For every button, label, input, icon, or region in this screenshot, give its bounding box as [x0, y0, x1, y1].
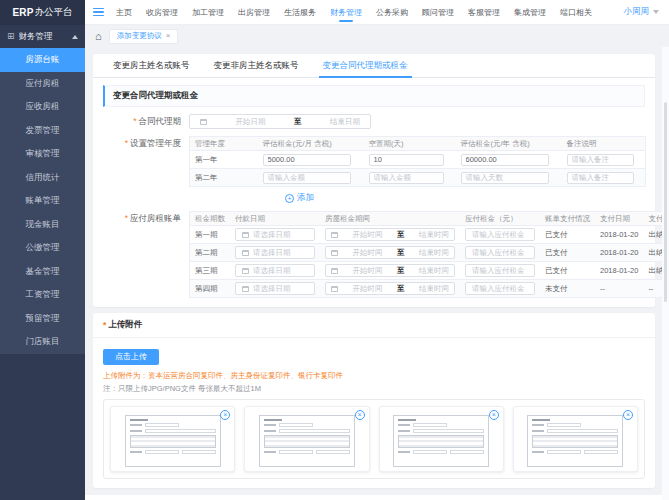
calendar-icon: [331, 286, 338, 292]
nav-item-kefu[interactable]: 客服管理: [468, 0, 500, 24]
agency-period-label: *合同代理期: [103, 114, 189, 129]
sidebar-item-yingfu-fangzu[interactable]: 应付房租: [0, 72, 85, 96]
remove-attachment-icon[interactable]: ×: [623, 410, 633, 420]
col-pay-date: 付款日期: [230, 212, 320, 226]
vacancy-days-input[interactable]: [369, 172, 444, 184]
calendar-icon: [242, 268, 249, 274]
rent-period-range-input[interactable]: 开始时间至结束时间: [325, 264, 455, 277]
content-area: 变更房主姓名或账号 变更非房主姓名或账号 变更合同代理期或租金 变更合同代理期或…: [85, 47, 669, 500]
remove-attachment-icon[interactable]: ×: [220, 410, 230, 420]
pay-date-input[interactable]: 请选择日期: [235, 282, 315, 295]
monthly-rent-input[interactable]: [263, 154, 351, 166]
page-tab-add-agreement[interactable]: 添加变更协议 ×: [109, 29, 179, 44]
form-footer: 取消 保存修改: [85, 495, 669, 500]
vertical-scrollbar[interactable]: [662, 47, 669, 500]
vacancy-days-input[interactable]: [369, 154, 444, 166]
management-years-table: 管理年度 评估租金(元/月 含税) 空置期(天) 评估租金(元/年 含税) 备注…: [189, 136, 646, 187]
add-year-button[interactable]: + 添加: [285, 192, 314, 204]
remove-attachment-icon[interactable]: ×: [355, 410, 365, 420]
bill-row: 第一期 请选择日期 开始时间至结束时间 请输入应付租金 已支付 2018-01-…: [190, 226, 669, 244]
col-vacancy-days: 空置期(天): [364, 137, 456, 151]
col-monthly-rent: 评估租金(元/月 含税): [258, 137, 364, 151]
rent-bills-table: 租金期数 付款日期 房屋租金期间 应付租金（元） 账单支付情况 支付日期 支付人: [189, 211, 669, 298]
attachment-thumbnail[interactable]: ×: [513, 406, 638, 472]
sidebar-item-shenhe-guanli[interactable]: 审核管理: [0, 142, 85, 166]
sidebar-item-mendian-zhangmu[interactable]: 门店账目: [0, 330, 85, 354]
col-note: 备注说明: [562, 137, 646, 151]
nav-item-shoufang[interactable]: 收房管理: [146, 0, 178, 24]
chevron-down-icon: [653, 10, 659, 14]
nav-item-shenghuo[interactable]: 生活服务: [284, 0, 316, 24]
nav-item-caiwu[interactable]: 财务管理: [330, 0, 362, 24]
pay-date-input[interactable]: 请选择日期: [235, 264, 315, 277]
sidebar-item-fangyuan-taizhang[interactable]: 房源台账: [0, 48, 85, 72]
page-tabstrip: ⌂ 添加变更协议 ×: [85, 25, 669, 47]
tab-change-owner-name[interactable]: 变更房主姓名或账号: [101, 54, 202, 77]
attachment-thumbnail[interactable]: ×: [110, 406, 235, 472]
nav-item-jiagong[interactable]: 加工管理: [192, 0, 224, 24]
nav-item-duankou[interactable]: 端口相关: [560, 0, 592, 24]
app-logo: ERP 办公平台: [0, 0, 85, 25]
end-date-placeholder: 结束日期: [330, 117, 360, 127]
sidebar-item-gongzi-guanli[interactable]: 工资管理: [0, 283, 85, 307]
user-menu[interactable]: 小周周: [624, 6, 660, 18]
username: 小周周: [624, 6, 650, 18]
calendar-icon: [331, 268, 338, 274]
sidebar-submenu: 房源台账 应付房租 应收房租 发票管理 审核管理 信用统计 账单管理 现金账目 …: [0, 48, 85, 354]
sidebar-item-jijin-guanli[interactable]: 基金管理: [0, 260, 85, 284]
amount-input[interactable]: 请输入应付租金: [465, 228, 535, 241]
change-agreement-card: 变更房主姓名或账号 变更非房主姓名或账号 变更合同代理期或租金 变更合同代理期或…: [93, 54, 655, 307]
col-amount: 应付租金（元）: [460, 212, 540, 226]
remove-attachment-icon[interactable]: ×: [489, 410, 499, 420]
agency-period-range-input[interactable]: 开始日期 至 结束日期: [189, 114, 371, 129]
sidebar-item-zhangdan-guanli[interactable]: 账单管理: [0, 189, 85, 213]
attachment-thumbnail[interactable]: ×: [379, 406, 504, 472]
pay-date-input[interactable]: 请选择日期: [235, 246, 315, 259]
sidebar-item-yuliu-guanli[interactable]: 预留管理: [0, 307, 85, 331]
amount-input[interactable]: 请输入应付租金: [465, 282, 535, 295]
sidebar-section-label: 财务管理: [19, 31, 53, 43]
close-tab-icon[interactable]: ×: [166, 32, 171, 40]
agency-period-row: *合同代理期 开始日期 至 结束日期: [103, 114, 645, 129]
yearly-rent-input[interactable]: [461, 172, 549, 184]
sidebar-item-gongjiao-guanli[interactable]: 公缴管理: [0, 236, 85, 260]
sidebar-item-xianjin-zhangmu[interactable]: 现金账目: [0, 213, 85, 237]
yearly-rent-input[interactable]: [461, 154, 549, 166]
sidebar-item-xinyong-tongji[interactable]: 信用统计: [0, 166, 85, 190]
tab-change-nonowner-name[interactable]: 变更非房主姓名或账号: [202, 54, 311, 77]
nav-item-chufang[interactable]: 出房管理: [238, 0, 270, 24]
rent-period-range-input[interactable]: 开始时间至结束时间: [325, 282, 455, 295]
nav-item-home[interactable]: 主页: [116, 0, 132, 24]
attachment-preview: [259, 415, 355, 467]
sidebar-toggle-icon[interactable]: [93, 8, 104, 17]
calendar-icon: [242, 232, 249, 238]
amount-input[interactable]: 请输入应付租金: [465, 264, 535, 277]
rent-period-range-input[interactable]: 开始时间至结束时间: [325, 228, 455, 241]
rent-period-range-input[interactable]: 开始时间至结束时间: [325, 246, 455, 259]
pay-date-input[interactable]: 请选择日期: [235, 228, 315, 241]
note-input[interactable]: [567, 172, 635, 184]
home-icon[interactable]: ⌂: [95, 31, 102, 42]
table-header-row: 管理年度 评估租金(元/月 含税) 空置期(天) 评估租金(元/年 含税) 备注…: [190, 137, 646, 151]
monthly-rent-input[interactable]: [263, 172, 351, 184]
nav-item-jicheng[interactable]: 集成管理: [514, 0, 546, 24]
nav-item-gongwu[interactable]: 公务采购: [376, 0, 408, 24]
year-cell: 第一年: [190, 151, 258, 169]
sidebar-section-finance[interactable]: ⊞ 财务管理: [0, 25, 85, 48]
period-cell: 第一期: [190, 226, 231, 244]
nav-item-guwen[interactable]: 顾问管理: [422, 0, 454, 24]
sidebar-item-fapiao-guanli[interactable]: 发票管理: [0, 119, 85, 143]
attachment-thumbnail[interactable]: ×: [244, 406, 369, 472]
tab-change-agency-rent[interactable]: 变更合同代理期或租金: [311, 54, 420, 77]
paid-date-cell: 2018-01-20: [595, 262, 643, 280]
upload-button[interactable]: 点击上传: [103, 349, 159, 365]
app-window: ERP 办公平台 ⊞ 财务管理 房源台账 应付房租 应收房租 发票管理 审核管理…: [0, 0, 669, 500]
note-input[interactable]: [567, 154, 635, 166]
scrollbar-thumb[interactable]: [664, 102, 667, 302]
amount-input[interactable]: 请输入应付租金: [465, 246, 535, 259]
sidebar-item-yingshou-fangzu[interactable]: 应收房租: [0, 95, 85, 119]
range-separator: 至: [294, 117, 302, 127]
attachment-preview: [125, 415, 221, 467]
page-tab-label: 添加变更协议: [117, 31, 162, 41]
management-years-label: *设置管理年度: [103, 136, 189, 151]
